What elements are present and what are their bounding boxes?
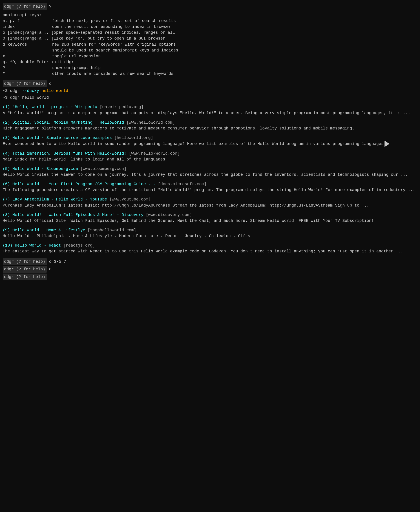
result-1: (1) "Hello, World!" program - Wikipedia … (3, 104, 417, 116)
omni-key-9: * (3, 71, 52, 77)
shell-cmd-ducky: ~$ ddgr --ducky hello world (3, 88, 417, 94)
result-9-url: [shophelloworld.com] (85, 228, 136, 232)
result-3: (3) Hello World - Simple source code exa… (3, 135, 417, 147)
result-6-title: Hello World -- Your First Program (C# Pr… (12, 182, 155, 186)
omni-row-3: O [index|range|a ...] like key 'o', but … (3, 36, 417, 41)
result-1-url: [en.wikipedia.org] (97, 105, 143, 109)
result-1-desc: A "Hello, World!" program is a computer … (3, 110, 417, 116)
result-8-title-line: (8) Hello World! | Watch Full Episodes &… (3, 212, 417, 218)
omni-row-5: should be used to search omniprompt keys… (3, 47, 417, 53)
prompt-box-b3: ddgr (? for help) (3, 274, 47, 280)
prompt-box-1: ddgr (? for help) (3, 3, 47, 10)
result-9-desc: Hello World . Philadelphia . Home & Life… (3, 233, 417, 239)
omni-key-4: d keywords (3, 42, 52, 47)
result-10-title-line: (10) Hello World - React [reactjs.org] (3, 243, 417, 248)
result-2-title: Digital, Social, Mobile Marketing | Hell… (12, 120, 124, 125)
result-3-desc: Ever wondered how to write Hello World i… (3, 141, 417, 147)
shell-prefix-1: ~$ (3, 89, 10, 93)
result-6-title-line: (6) Hello World -- Your First Program (C… (3, 181, 417, 187)
omni-desc-3: like key 'o', but try to open in a GUI b… (54, 36, 165, 41)
result-7-num: (7) (3, 197, 12, 202)
omni-row-9: * other inputs are considered as new sea… (3, 71, 417, 77)
result-2-desc: Rich engagement platform empowers market… (3, 125, 417, 131)
omni-row-0: n, p, f fetch the next, prev or first se… (3, 18, 417, 24)
result-5-num: (5) (3, 167, 12, 171)
bottom-prompt-2: ddgr (? for help) 6 (3, 266, 417, 273)
omniprompt-help-section: omniprompt keys: n, p, f fetch the next,… (3, 12, 417, 77)
result-10-desc: The easiest way to get started with Reac… (3, 248, 417, 254)
result-4-title: Total immersion, Serious fun! with Hello… (12, 151, 127, 156)
omni-desc-1: open the result corresponding to index i… (52, 24, 171, 30)
omni-key-6: x (3, 53, 52, 59)
prompt-help-char: ? (49, 4, 52, 9)
omni-key-1: index (3, 24, 52, 30)
result-8-num: (8) (3, 213, 12, 217)
shell-cmd-normal: ~$ ddgr hello world (3, 95, 417, 100)
omni-row-7: q, ^D, double Enter exit ddgr (3, 59, 417, 65)
result-7-url: [www.youtube.com] (107, 197, 151, 202)
omni-desc-5: should be used to search omniprompt keys… (52, 47, 178, 53)
result-1-title: "Hello, World!" program - Wikipedia (12, 105, 97, 109)
bottom-prompt-1-input: o 3-5 7 (49, 259, 66, 264)
result-3-title: Hello World - Simple source code example… (12, 136, 112, 140)
result-7-title-line: (7) Lady Antebellum - Hello World - YouT… (3, 196, 417, 202)
omni-row-1: index open the result corresponding to i… (3, 24, 417, 30)
omni-key-3: O [index|range|a ...] (3, 36, 54, 41)
result-7: (7) Lady Antebellum - Hello World - YouT… (3, 196, 417, 208)
omni-row-2: o [index|range|a ...] open space-separat… (3, 30, 417, 36)
result-3-num: (3) (3, 136, 12, 140)
result-1-title-line: (1) "Hello, World!" program - Wikipedia … (3, 104, 417, 110)
result-2: (2) Digital, Social, Mobile Marketing | … (3, 120, 417, 131)
prompt-box-2: ddgr (? for help) (3, 80, 47, 87)
result-6-url: [docs.microsoft.com] (156, 182, 207, 186)
result-4: (4) Total immersion, Serious fun! with H… (3, 151, 417, 162)
first-prompt-line: ddgr (? for help) ? (3, 3, 417, 10)
result-2-url: [www.helloworld.com] (124, 120, 175, 125)
result-1-num: (1) (3, 105, 12, 109)
result-3-url: [helloworld.org] (112, 136, 153, 140)
omni-row-4: d keywords new DDG search for 'keywords'… (3, 42, 417, 47)
prompt-box-b1: ddgr (? for help) (3, 258, 47, 265)
omni-key-7: q, ^D, double Enter (3, 59, 52, 65)
omni-key-2: o [index|range|a ...] (3, 30, 54, 36)
omni-desc-9: other inputs are considered as new searc… (52, 71, 173, 77)
result-5-title: Hello World - Bloomberg.com (12, 167, 78, 171)
omni-row-8: ? show omniprompt help (3, 65, 417, 71)
play-icon (384, 141, 390, 147)
omni-desc-7: exit ddgr (52, 59, 74, 65)
omni-key-8: ? (3, 65, 52, 71)
result-2-num: (2) (3, 120, 12, 125)
result-7-desc: Purchase Lady Antebellum's latest music:… (3, 203, 417, 208)
result-6-desc: The following procedure creates a C# ver… (3, 187, 417, 193)
result-10-url: [reactjs.org] (61, 243, 95, 248)
result-8-title: Hello World! | Watch Full Episodes & Mor… (12, 213, 143, 217)
prompt-quit-char: q (49, 81, 52, 86)
omni-header: omniprompt keys: (3, 12, 417, 18)
result-10-num: (10) (3, 243, 15, 248)
result-5-desc: Hello World invites the viewer to come o… (3, 172, 417, 177)
shell-cmd-text-2: ddgr hello world (10, 95, 49, 100)
omni-desc-2: open space-separated result indices, ran… (54, 30, 175, 36)
shell-prefix-2: ~$ (3, 95, 10, 100)
omni-desc-8: show omniprompt help (52, 65, 101, 71)
prompt-box-b2: ddgr (? for help) (3, 266, 47, 273)
result-8: (8) Hello World! | Watch Full Episodes &… (3, 212, 417, 224)
result-6-num: (6) (3, 182, 12, 186)
result-4-num: (4) (3, 151, 12, 156)
result-4-desc: Main index for hello-world: links to log… (3, 156, 417, 162)
omni-desc-4: new DDG search for 'keywords' with origi… (52, 42, 176, 47)
omni-row-6: x toggle url expansion (3, 53, 417, 59)
bottom-prompt-3: ddgr (? for help) (3, 274, 417, 280)
result-9: (9) Hello World - Home & Lifestlye [shop… (3, 227, 417, 239)
result-9-title: Hello World - Home & Lifestlye (12, 228, 85, 232)
result-6: (6) Hello World -- Your First Program (C… (3, 181, 417, 193)
result-7-title: Lady Antebellum - Hello World - YouTube (12, 197, 107, 202)
result-5-url: [www.bloomberg.com] (78, 167, 127, 171)
result-10-title: Hello World - React (15, 243, 61, 248)
bottom-prompt-1: ddgr (? for help) o 3-5 7 (3, 258, 417, 265)
result-3-title-line: (3) Hello World - Simple source code exa… (3, 135, 417, 141)
result-4-title-line: (4) Total immersion, Serious fun! with H… (3, 151, 417, 156)
bottom-prompts: ddgr (? for help) o 3-5 7 ddgr (? for he… (3, 258, 417, 280)
omni-key-5 (3, 47, 52, 53)
omni-desc-0: fetch the next, prev or first set of sea… (52, 18, 176, 24)
